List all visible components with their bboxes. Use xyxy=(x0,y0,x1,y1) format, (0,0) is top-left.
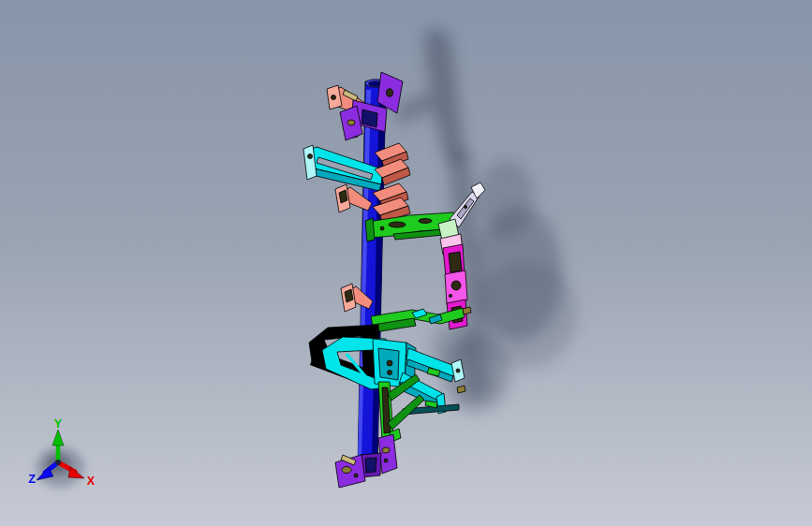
axis-origin xyxy=(55,460,61,465)
axis-y-label: Y xyxy=(54,417,63,431)
cad-viewport[interactable]: Y Z X xyxy=(0,0,812,526)
axis-z-label: Z xyxy=(28,473,36,486)
axis-x-label: X xyxy=(87,475,96,488)
